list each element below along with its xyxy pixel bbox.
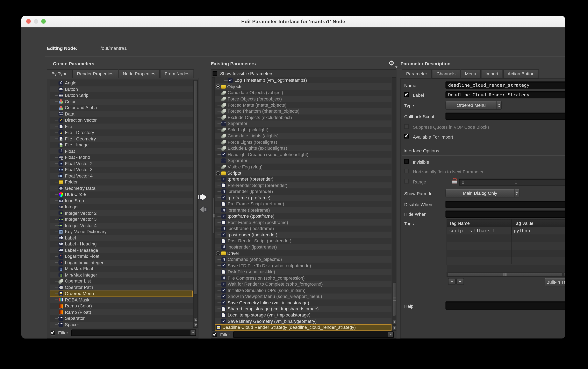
existing-parameter-row[interactable]: Log Timestamp (vm_logtimestamps) [215, 77, 391, 83]
scroll-left-button[interactable] [564, 272, 565, 276]
range-min-lock-icon[interactable] [452, 178, 457, 184]
existing-parameter-row[interactable]: Separator [215, 121, 391, 127]
existing-parameter-row[interactable]: lprerender (lprerender) [215, 188, 391, 195]
collapse-expander-icon[interactable] [216, 251, 220, 255]
create-parameter-item[interactable]: Min/Max Integer [50, 272, 193, 278]
existing-parameter-row[interactable]: Headlight Creation (soho_autoheadlight) [215, 151, 391, 157]
existing-parameter-row[interactable]: Save Geometry Inline (vm_inlinestorage) [215, 300, 391, 306]
create-parameter-item[interactable]: Label [50, 235, 193, 241]
create-parameter-item[interactable]: RGBA Mask [50, 297, 193, 303]
existing-parameter-row[interactable]: File Compression (soho_compression) [215, 275, 391, 281]
create-parameter-item[interactable]: Integer Vector 4 [50, 222, 193, 229]
existing-parameter-row[interactable]: Disk File (soho_diskfile) [215, 269, 391, 275]
existing-parameter-row[interactable]: Exclude Objects (excludeobject) [215, 114, 391, 121]
tab[interactable]: Action Button [503, 69, 539, 78]
label-checkbox[interactable] [404, 92, 409, 97]
builtin-tags-button[interactable]: Built-in Tags... [545, 278, 565, 287]
existing-parameter-row[interactable]: Save IFD File To Disk (soho_outputmode) [215, 263, 391, 269]
existing-parameter-row[interactable]: tpreframe (tpreframe) [215, 195, 391, 201]
existing-parameter-row[interactable]: tpostrender (tpostrender) [215, 232, 391, 238]
horizontal-join-checkbox[interactable] [404, 169, 409, 173]
existing-filter-input[interactable] [233, 331, 394, 338]
add-tag-button[interactable]: + [448, 278, 455, 285]
range-min-input[interactable]: 0 [462, 180, 515, 185]
create-parameter-item[interactable]: Ramp (Color) [50, 303, 193, 309]
create-parameter-item[interactable]: Integer Vector 3 [50, 216, 193, 222]
existing-parameter-row[interactable]: Shared temp storage (vm_tmpsharedstorage… [215, 306, 391, 312]
create-parameter-item[interactable]: Key-Value Dictionary [50, 229, 193, 235]
existing-parameter-row[interactable]: Wait for Render to Complete (soho_foregr… [215, 281, 391, 287]
create-parameter-item[interactable]: File - Geometry [50, 136, 193, 142]
tab[interactable]: Render Properties [72, 69, 118, 78]
create-parameter-item[interactable]: Integer [50, 204, 193, 210]
create-parameter-item[interactable]: Logarithmic Float [50, 253, 193, 259]
existing-parameter-row[interactable]: Save Binary Geometry (vm_binarygeometry) [215, 318, 391, 324]
remove-tag-button[interactable]: − [456, 278, 464, 285]
create-parameter-item[interactable]: Color and Alpha [50, 105, 193, 111]
tab[interactable]: From Nodes [160, 69, 194, 78]
minimize-button[interactable] [34, 19, 38, 24]
tag-name-cell[interactable]: script_callback_l [447, 227, 512, 235]
existing-parameter-row[interactable]: Post-Frame Script (postframe) [215, 219, 391, 226]
existing-parameter-row[interactable]: Force Lights (forcelights) [215, 139, 391, 145]
hide-when-input[interactable] [445, 211, 565, 218]
disable-when-input[interactable] [445, 201, 565, 208]
create-parameter-item[interactable]: Geometry Data [50, 185, 193, 192]
existing-parameter-row[interactable]: Pre-Render Script (prerender) [215, 182, 391, 188]
show-invisible-checkbox[interactable] [213, 71, 217, 76]
tab[interactable]: Channels [432, 69, 460, 78]
show-parm-in-dropdown[interactable]: Main Dialog Only [445, 189, 519, 197]
chevron-down-icon[interactable] [190, 330, 196, 335]
create-parameter-item[interactable]: Label - Heading [50, 241, 193, 247]
available-for-import-checkbox[interactable] [404, 134, 409, 139]
move-to-create-button[interactable] [200, 206, 207, 212]
tab[interactable]: Parameter [402, 69, 432, 78]
existing-parameter-row[interactable]: Pre-Frame Script (preframe) [215, 201, 391, 207]
create-parameter-item[interactable]: Integer Vector 2 [50, 210, 193, 216]
existing-parameter-row[interactable]: Solo Light (sololight) [215, 127, 391, 133]
suppress-quotes-checkbox[interactable] [404, 124, 409, 129]
scrollbar-thumb[interactable] [392, 282, 396, 316]
existing-parameter-row[interactable]: Deadline Cloud Render Strategy (deadline… [215, 324, 391, 330]
create-parameter-item[interactable]: File - Directory [50, 130, 193, 136]
create-parameter-item[interactable]: Angle [50, 80, 193, 86]
create-parameter-item[interactable]: Spacer [50, 321, 193, 328]
spinner-icon[interactable] [514, 189, 519, 197]
existing-parameter-row[interactable]: Candidate Lights (alights) [215, 133, 391, 139]
existing-parameter-row[interactable]: tpostframe (tpostframe) [215, 213, 391, 219]
existing-parameter-row[interactable]: lpostframe (lpostframe) [215, 226, 391, 232]
create-parameter-item[interactable]: Float Vector 2 [50, 160, 193, 167]
existing-parameter-row[interactable]: Separator [215, 157, 391, 164]
invisible-checkbox[interactable] [404, 159, 409, 164]
tags-horizontal-scrollbar[interactable] [447, 272, 565, 277]
existing-parameter-row[interactable]: Command (soho_pipecmd) [215, 256, 391, 263]
label-input[interactable]: Deadline Cloud Render Strategy [445, 91, 565, 98]
collapse-expander-icon[interactable] [216, 171, 220, 175]
create-parameter-item[interactable]: Data [50, 111, 193, 117]
create-parameter-item[interactable]: Button Strip [50, 92, 193, 98]
create-parameter-item[interactable]: Min/Max Float [50, 266, 193, 272]
create-parameter-item[interactable]: Ramp (Float) [50, 309, 193, 315]
create-filter-input[interactable] [71, 329, 196, 336]
create-parameter-item[interactable]: Direction Vector [50, 117, 193, 123]
existing-parameter-row[interactable]: Candidate Objects (vobject) [215, 90, 391, 96]
existing-parameter-row[interactable]: Forced Matte (matte_objects) [215, 102, 391, 108]
create-parameter-item[interactable]: Float [50, 148, 193, 154]
scrollbar-thumb[interactable] [194, 81, 197, 295]
create-filter-checkbox[interactable] [51, 330, 55, 335]
create-parameter-item[interactable]: Logarithmic Integer [50, 259, 193, 266]
create-parameter-item[interactable]: Hue Circle [50, 192, 193, 198]
create-parameter-item[interactable]: Operator List [50, 278, 193, 284]
tag-row[interactable]: script_callback_l python [447, 227, 565, 235]
create-parameter-item[interactable]: Operator Path [50, 284, 193, 291]
create-parameter-item[interactable]: Float - Mono [50, 154, 193, 160]
gear-menu-button[interactable]: ⚙ [388, 60, 397, 68]
help-input[interactable] [445, 301, 565, 310]
create-parameter-item[interactable]: Float Vector 4 [50, 173, 193, 179]
range-checkbox[interactable] [404, 179, 409, 184]
tab[interactable]: Node Properties [118, 69, 160, 78]
existing-parameter-row[interactable]: tprerender (tprerender) [215, 176, 391, 182]
create-parameter-item[interactable]: File [50, 123, 193, 130]
scroll-up-button[interactable] [194, 318, 197, 322]
scroll-down-button[interactable] [194, 323, 197, 328]
